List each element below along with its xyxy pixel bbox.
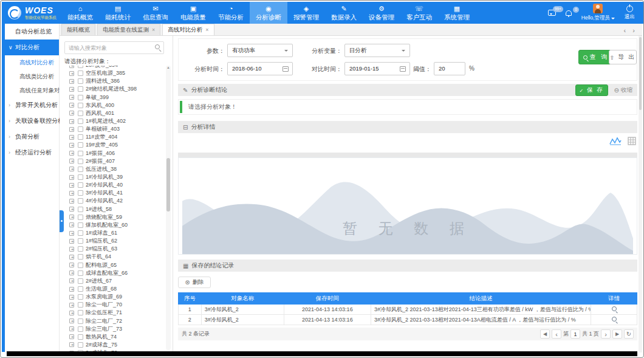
tree-item[interactable]: 除尘二电厂_72 [62, 317, 165, 325]
variable-select[interactable]: 日分析 [344, 44, 410, 57]
checkbox[interactable] [78, 342, 83, 348]
tree-item[interactable]: 1#振筛_406 [62, 150, 165, 157]
logout-button[interactable]: 退出 [625, 5, 635, 21]
checkbox[interactable] [78, 254, 83, 260]
tree-item[interactable]: 单棍破碎_403 [62, 125, 165, 133]
expand-icon[interactable] [69, 199, 74, 204]
expand-icon[interactable] [69, 255, 74, 260]
nav-menu-item[interactable]: ✎ 数据录入 [325, 2, 363, 24]
checkbox[interactable] [78, 334, 83, 340]
expand-icon[interactable] [69, 247, 74, 252]
checkbox[interactable] [78, 246, 83, 252]
table-toggle-icon[interactable] [628, 137, 636, 145]
user-menu[interactable]: Hello,管理员 [581, 4, 615, 22]
tree-item[interactable]: 散热风机_74 [62, 333, 165, 341]
sidebar-group-item[interactable]: › 异常开关机分析 [5, 97, 59, 113]
expand-icon[interactable] [69, 287, 74, 292]
main-scrollbar[interactable] [639, 36, 642, 353]
checkbox[interactable] [78, 126, 83, 132]
expand-icon[interactable] [69, 127, 74, 132]
tree-item[interactable]: 混料进线_386 [62, 77, 165, 85]
expand-icon[interactable] [69, 318, 74, 323]
collapse-button[interactable]: 收缩 [614, 86, 632, 94]
table-row[interactable]: 1 3#冷却风机_2 2021-04-13 14:03:16 3#冷却风机_2 … [179, 305, 637, 315]
expand-icon[interactable] [69, 191, 74, 196]
prev-page-button[interactable] [552, 329, 561, 339]
tree-item[interactable]: 1#冷却风机_39 [62, 173, 165, 181]
tree-item[interactable]: 成球盘配电室_66 [62, 269, 165, 277]
expand-icon[interactable] [69, 175, 74, 180]
tree-item[interactable]: 1#进线_58 [62, 205, 165, 213]
tree-item[interactable]: 烘干机_64 [62, 253, 165, 261]
next-page-button[interactable] [601, 329, 611, 339]
tree-item[interactable]: 空压机电源_385 [62, 69, 165, 77]
tree-item[interactable]: 1#成球盘_61 [62, 229, 165, 237]
expand-icon[interactable] [69, 334, 74, 339]
line-chart-toggle-icon[interactable] [609, 137, 622, 145]
tree-item[interactable]: 2#辊压机_63 [62, 245, 165, 253]
search-input[interactable] [69, 43, 148, 53]
expand-icon[interactable] [69, 183, 74, 188]
checkbox[interactable] [78, 151, 83, 156]
checkbox[interactable] [78, 318, 83, 324]
tree-item[interactable]: 2#烧结机尾进线_398 [62, 85, 165, 93]
panel-collapse-handle[interactable] [60, 210, 64, 232]
tree-item[interactable]: 西风机_401 [62, 109, 165, 117]
tree-item[interactable]: 水泵房电源_69 [62, 293, 165, 301]
tree-item[interactable]: 4#冷却风机_42 [62, 197, 165, 205]
nav-menu-item[interactable]: ⚙ 设备管理 [363, 2, 400, 24]
page-number-input[interactable]: 1 [570, 329, 580, 339]
nav-menu-item[interactable]: ▣ 电能质量 [174, 2, 212, 24]
checkbox[interactable] [78, 119, 83, 124]
sidebar-group-item[interactable]: › 经济运行分析 [5, 145, 59, 160]
checkbox[interactable] [78, 142, 83, 148]
expand-icon[interactable] [69, 207, 74, 212]
tree-item[interactable]: 除尘三电厂_73 [62, 325, 165, 333]
expand-icon[interactable] [69, 263, 74, 267]
save-button[interactable]: 保 存 [575, 84, 608, 96]
param-select[interactable]: 有功功率 [227, 44, 293, 57]
table-row[interactable]: 2 3#冷却风机_2 2021-04-13 14:03:16 3#冷却风机_2 … [179, 315, 637, 325]
sidebar-group-item[interactable]: › 关联设备联控分析 [5, 113, 59, 129]
tree-item[interactable]: 2#冷却风机_40 [62, 181, 165, 189]
expand-icon[interactable] [69, 215, 74, 219]
tree-item[interactable]: 3#冷却风机_41 [62, 189, 165, 197]
checkbox[interactable] [78, 182, 83, 188]
sidebar-group-compare[interactable]: ∨ 对比分析 [5, 40, 59, 55]
checkbox[interactable] [78, 86, 83, 92]
first-page-button[interactable] [540, 329, 550, 339]
checkbox[interactable] [78, 326, 83, 332]
tree-item[interactable]: 11#皮带_404 [62, 133, 165, 141]
nav-menu-item[interactable]: ▦ 系统管理 [438, 2, 476, 24]
nav-menu-item[interactable]: ◉ 分析诊断 [250, 2, 287, 24]
sidebar-sub-item[interactable]: 高线对比分析 [5, 55, 59, 69]
tree-item[interactable]: 除尘一电厂_70 [62, 301, 165, 309]
tree-item[interactable]: 2#振筛_407 [62, 157, 165, 165]
nav-menu-item[interactable]: ◈ 报警管理 [287, 2, 325, 24]
tree-item[interactable]: 煤加机配电室_60 [62, 221, 165, 229]
checkbox[interactable] [78, 198, 83, 204]
checkbox[interactable] [78, 111, 83, 116]
expand-icon[interactable] [69, 95, 74, 100]
checkbox[interactable] [78, 230, 83, 236]
search-icon[interactable] [155, 44, 160, 49]
expand-icon[interactable] [69, 79, 74, 84]
tab-scroll-arrows[interactable] [624, 27, 642, 34]
tab-highline-compare[interactable]: 高线对比分析 [162, 24, 214, 35]
checkbox[interactable] [78, 278, 83, 284]
expand-icon[interactable] [69, 71, 74, 76]
sidebar-sub-item[interactable]: 高线类比分析 [5, 69, 59, 83]
checkbox[interactable] [78, 238, 83, 244]
tree-item[interactable]: 生活电源_68 [62, 285, 165, 293]
nav-menu-item[interactable]: ◔ 节能分析 [212, 2, 250, 24]
scrollbar-thumb[interactable] [166, 158, 170, 212]
tab-energy-overview[interactable]: 能耗概览 [61, 24, 95, 35]
expand-icon[interactable] [69, 295, 74, 300]
tree-item[interactable]: 19#皮带_405 [62, 141, 165, 149]
checkbox[interactable] [78, 71, 83, 76]
tree-item[interactable]: 单破_399 [62, 94, 165, 102]
messages-button[interactable]: 99+ [548, 10, 556, 16]
tree-item[interactable]: 低压进线_38 [62, 165, 165, 173]
expand-icon[interactable] [69, 135, 74, 140]
checkbox[interactable] [78, 215, 83, 220]
